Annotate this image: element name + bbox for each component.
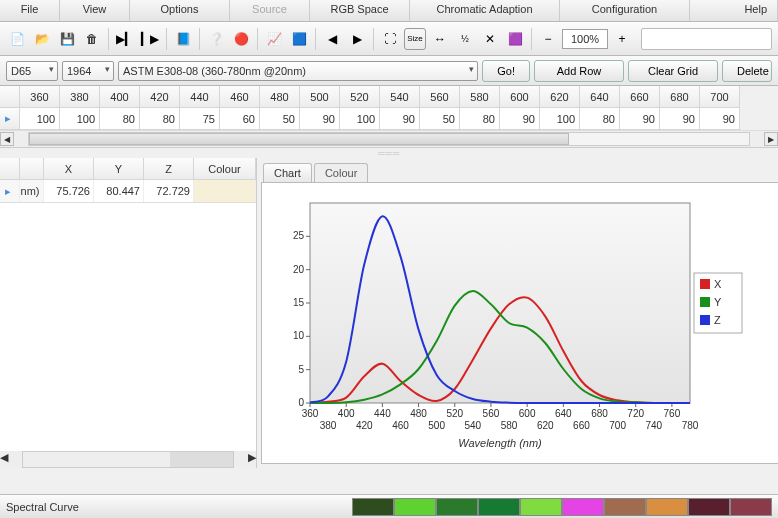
open-icon[interactable]: 📂 bbox=[31, 28, 53, 50]
color-swatch[interactable] bbox=[352, 498, 394, 516]
svg-text:X: X bbox=[714, 278, 722, 290]
zoom-out-icon[interactable]: − bbox=[537, 28, 559, 50]
palette-icon[interactable]: 🟪 bbox=[504, 28, 526, 50]
curve-icon[interactable]: 📈 bbox=[263, 28, 285, 50]
save-icon[interactable]: 💾 bbox=[56, 28, 78, 50]
add-row-button[interactable]: Add Row bbox=[534, 60, 624, 82]
menu-chromatic-adaption[interactable]: Chromatic Adaption bbox=[410, 0, 560, 21]
grid-cell[interactable]: 90 bbox=[500, 108, 540, 130]
val-colour[interactable] bbox=[194, 180, 256, 202]
grid-cell[interactable]: 80 bbox=[140, 108, 180, 130]
color-swatch[interactable] bbox=[520, 498, 562, 516]
grid-cell[interactable]: 50 bbox=[260, 108, 300, 130]
svg-text:520: 520 bbox=[446, 408, 463, 419]
svg-text:20: 20 bbox=[293, 264, 305, 275]
export-icon[interactable]: ▎▶ bbox=[139, 28, 161, 50]
col-z: Z bbox=[144, 158, 194, 180]
grid-cell[interactable]: 75 bbox=[180, 108, 220, 130]
grid-cell[interactable]: 100 bbox=[60, 108, 100, 130]
delete-button[interactable]: Delete bbox=[722, 60, 772, 82]
grid-row-marker[interactable]: ▸ bbox=[0, 108, 20, 130]
grid-hscroll[interactable]: ◀ ▶ bbox=[0, 130, 778, 147]
zoom-level[interactable]: 100% bbox=[562, 29, 608, 49]
scroll-left-icon[interactable]: ◀ bbox=[0, 132, 14, 146]
observer-select[interactable]: 1964 bbox=[62, 61, 114, 81]
delete-icon[interactable]: 🗑 bbox=[81, 28, 103, 50]
svg-text:700: 700 bbox=[609, 420, 626, 431]
color-swatches bbox=[352, 498, 772, 516]
results-table: X Y Z Colour ▸ nm) 75.726 80.447 72.729 bbox=[0, 158, 256, 203]
grid-cell[interactable]: 90 bbox=[300, 108, 340, 130]
arrow-left-icon[interactable]: ◀ bbox=[321, 28, 343, 50]
menu-configuration[interactable]: Configuration bbox=[560, 0, 690, 21]
grid-cell[interactable]: 80 bbox=[100, 108, 140, 130]
grid-cell[interactable]: 90 bbox=[380, 108, 420, 130]
grid-col-header: 360 bbox=[20, 86, 60, 108]
color-swatch[interactable] bbox=[436, 498, 478, 516]
grid-cell[interactable]: 90 bbox=[700, 108, 740, 130]
svg-text:540: 540 bbox=[465, 420, 482, 431]
chart-panel: Chart Colour 051015202536040044048052056… bbox=[257, 158, 778, 468]
svg-text:0: 0 bbox=[298, 397, 304, 408]
menu-view[interactable]: View bbox=[60, 0, 130, 21]
color-swatch[interactable] bbox=[478, 498, 520, 516]
go-button[interactable]: Go! bbox=[482, 60, 530, 82]
grid-col-header: 480 bbox=[260, 86, 300, 108]
grid-cell[interactable]: 80 bbox=[580, 108, 620, 130]
expand-icon[interactable]: ↔ bbox=[429, 28, 451, 50]
import-icon[interactable]: ▶▎ bbox=[114, 28, 136, 50]
svg-text:560: 560 bbox=[483, 408, 500, 419]
grid-cell[interactable]: 50 bbox=[420, 108, 460, 130]
splitter-handle[interactable]: ═══ bbox=[0, 148, 778, 158]
grid-cell[interactable]: 100 bbox=[20, 108, 60, 130]
color-wheel-icon[interactable]: 🔴 bbox=[230, 28, 252, 50]
grid-col-header: 660 bbox=[620, 86, 660, 108]
grid-cell[interactable]: 90 bbox=[660, 108, 700, 130]
scroll-right-icon[interactable]: ▶ bbox=[248, 451, 256, 468]
col-marker bbox=[0, 158, 20, 180]
svg-text:740: 740 bbox=[645, 420, 662, 431]
crop-icon[interactable]: ⛶ bbox=[379, 28, 401, 50]
grid-cell[interactable]: 80 bbox=[460, 108, 500, 130]
color-swatch[interactable] bbox=[394, 498, 436, 516]
tab-chart[interactable]: Chart bbox=[263, 163, 312, 182]
left-hscroll[interactable]: ◀ ▶ bbox=[0, 451, 256, 468]
svg-text:600: 600 bbox=[519, 408, 536, 419]
illuminant-select[interactable]: D65 bbox=[6, 61, 58, 81]
new-icon[interactable]: 📄 bbox=[6, 28, 28, 50]
tab-colour[interactable]: Colour bbox=[314, 163, 368, 182]
spectrum-icon[interactable]: 🟦 bbox=[288, 28, 310, 50]
menu-help[interactable]: Help bbox=[690, 0, 778, 21]
menu-file[interactable]: File bbox=[0, 0, 60, 21]
random-icon[interactable]: ✕ bbox=[479, 28, 501, 50]
grid-cell[interactable]: 60 bbox=[220, 108, 260, 130]
method-select[interactable]: ASTM E308-08 (360-780nm @20nm) bbox=[118, 61, 478, 81]
color-swatch[interactable] bbox=[646, 498, 688, 516]
grid-cell[interactable]: 90 bbox=[620, 108, 660, 130]
row-marker[interactable]: ▸ bbox=[0, 180, 20, 202]
color-swatch[interactable] bbox=[730, 498, 772, 516]
zoom-in-icon[interactable]: + bbox=[611, 28, 633, 50]
color-swatch[interactable] bbox=[562, 498, 604, 516]
clear-grid-button[interactable]: Clear Grid bbox=[628, 60, 718, 82]
grid-col-header: 700 bbox=[700, 86, 740, 108]
arrow-right-icon[interactable]: ▶ bbox=[346, 28, 368, 50]
menu-rgb-space[interactable]: RGB Space bbox=[310, 0, 410, 21]
svg-text:Y: Y bbox=[714, 296, 722, 308]
color-swatch[interactable] bbox=[688, 498, 730, 516]
status-text: Spectral Curve bbox=[6, 501, 79, 513]
scroll-left-icon[interactable]: ◀ bbox=[0, 451, 8, 468]
grid-col-header: 680 bbox=[660, 86, 700, 108]
half-icon[interactable]: ½ bbox=[454, 28, 476, 50]
spectral-chart: 0510152025360400440480520560600640680720… bbox=[270, 193, 770, 453]
color-swatch[interactable] bbox=[604, 498, 646, 516]
toolbar-combo[interactable] bbox=[641, 28, 772, 50]
menu-options[interactable]: Options bbox=[130, 0, 230, 21]
book-icon[interactable]: 📘 bbox=[172, 28, 194, 50]
grid-col-header: 460 bbox=[220, 86, 260, 108]
help-icon[interactable]: ❔ bbox=[205, 28, 227, 50]
scroll-right-icon[interactable]: ▶ bbox=[764, 132, 778, 146]
grid-cell[interactable]: 100 bbox=[540, 108, 580, 130]
grid-cell[interactable]: 100 bbox=[340, 108, 380, 130]
size-icon[interactable]: Size bbox=[404, 28, 426, 50]
